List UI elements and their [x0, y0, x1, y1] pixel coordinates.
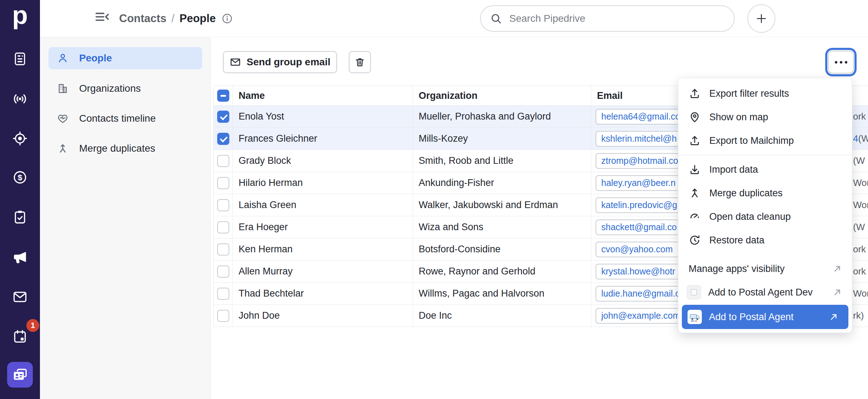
contact-name[interactable]: Ken Herman [233, 238, 413, 260]
organization-name[interactable]: Mills-Kozey [413, 128, 591, 150]
target-icon[interactable] [12, 131, 28, 146]
email-link[interactable]: helena64@gmail.co [596, 109, 685, 125]
email-link[interactable]: shackett@gmail.co [596, 219, 685, 235]
search-placeholder: Search Pipedrive [509, 13, 585, 24]
row-checkbox[interactable] [213, 261, 233, 282]
email-link[interactable]: ztromp@hotmail.co [596, 153, 685, 169]
menu-item-manage-apps-visibility[interactable]: Manage apps' visibility [678, 257, 852, 281]
collapse-sidebar-icon[interactable] [94, 9, 111, 26]
contact-name[interactable]: Grady Block [233, 150, 413, 172]
quick-add-button[interactable] [747, 4, 775, 33]
nav-item-people[interactable]: People [48, 47, 202, 69]
page-title: People [179, 12, 216, 25]
search-input[interactable]: Search Pipedrive [480, 5, 735, 32]
phone-fragment: rk) [853, 305, 864, 327]
phone-fragment: Wor [853, 283, 868, 304]
search-icon [490, 12, 502, 25]
send-group-email-button[interactable]: Send group email [223, 51, 337, 73]
row-checkbox[interactable] [213, 216, 233, 238]
organization-name[interactable]: Mueller, Prohaska and Gaylord [413, 106, 591, 127]
mail-icon[interactable] [12, 289, 28, 305]
contacts-nav-panel: People Organizations Contacts timeline M… [40, 37, 211, 399]
menu-item-open-data-cleanup[interactable]: Open data cleanup [678, 205, 852, 228]
organization-name[interactable]: Ankunding-Fisher [413, 172, 591, 194]
contact-name[interactable]: Laisha Green [233, 194, 413, 216]
nav-item-label: Contacts timeline [79, 113, 156, 124]
external-link-icon [832, 287, 843, 298]
nav-item-label: Merge duplicates [79, 143, 155, 154]
sidebar-item-contacts-active[interactable] [7, 362, 33, 388]
email-link[interactable]: haley.ryan@beer.n [596, 175, 685, 191]
contact-name[interactable]: Frances Gleichner [233, 128, 413, 150]
organization-name[interactable]: Walker, Jakubowski and Erdman [413, 194, 591, 216]
phone-fragment: (W [853, 150, 865, 172]
dollar-circle-icon[interactable]: $ [12, 170, 28, 185]
contact-name[interactable]: Allen Murray [233, 261, 413, 282]
row-checkbox[interactable] [213, 172, 233, 194]
contact-name[interactable]: Thad Bechtelar [233, 283, 413, 304]
external-link-icon [832, 263, 843, 274]
menu-item-restore-data[interactable]: Restore data [678, 228, 852, 252]
phone-fragment: (W [853, 216, 865, 238]
envelope-icon [230, 56, 241, 68]
notification-badge: 1 [26, 319, 39, 332]
organization-name[interactable]: Willms, Pagac and Halvorson [413, 283, 591, 304]
gauge-icon [689, 211, 701, 223]
menu-item-export-filter-results[interactable]: Export filter results [678, 82, 852, 105]
phone-fragment: 4 (W [853, 128, 868, 150]
email-link[interactable]: john@example.com [596, 308, 685, 324]
email-link[interactable]: cvon@yahoo.com [596, 242, 685, 257]
contact-name[interactable]: Enola Yost [233, 106, 413, 127]
breadcrumb-contacts[interactable]: Contacts [119, 12, 167, 25]
upload-icon [689, 135, 701, 147]
email-link[interactable]: ludie.hane@gmail.c [596, 286, 685, 302]
column-header-name[interactable]: Name [233, 86, 413, 105]
row-checkbox[interactable] [213, 283, 233, 304]
nav-item-contacts-timeline[interactable]: Contacts timeline [48, 107, 202, 130]
breadcrumb-separator: / [172, 12, 175, 25]
phone-fragment: ork [853, 238, 866, 260]
merge-icon [689, 187, 701, 199]
contact-name[interactable]: Hilario Herman [233, 172, 413, 194]
row-checkbox[interactable] [213, 150, 233, 172]
calendar-icon[interactable] [12, 329, 28, 344]
nav-item-merge-duplicates[interactable]: Merge duplicates [48, 137, 202, 160]
row-checkbox[interactable] [213, 106, 233, 127]
menu-item-show-on-map[interactable]: Show on map [678, 105, 852, 129]
menu-item-add-to-postal-agent[interactable]: Add to Postal Agent [682, 305, 848, 329]
row-checkbox[interactable] [213, 238, 233, 260]
row-checkbox[interactable] [213, 128, 233, 150]
organization-name[interactable]: Wiza and Sons [413, 216, 591, 238]
broadcast-icon[interactable] [12, 91, 28, 107]
megaphone-icon[interactable] [12, 249, 28, 265]
contact-name[interactable]: John Doe [233, 305, 413, 327]
select-all-checkbox[interactable] [213, 86, 233, 105]
email-link[interactable]: kshlerin.mitchel@h [596, 131, 685, 147]
email-link[interactable]: krystal.howe@hotr [596, 264, 685, 279]
organization-name[interactable]: Botsford-Considine [413, 238, 591, 260]
merge-icon [57, 143, 68, 154]
row-checkbox[interactable] [213, 305, 233, 327]
restore-clock-icon [689, 234, 701, 246]
plus-icon [755, 12, 767, 25]
menu-item-import-data[interactable]: Import data [678, 158, 852, 181]
menu-item-merge-duplicates[interactable]: Merge duplicates [678, 181, 852, 205]
nav-item-organizations[interactable]: Organizations [48, 77, 202, 100]
column-header-organization[interactable]: Organization [413, 86, 591, 105]
contact-name[interactable]: Era Hoeger [233, 216, 413, 238]
delete-button[interactable] [349, 51, 371, 73]
top-header: Contacts / People Search Pipedrive [40, 0, 868, 37]
document-list-icon[interactable] [12, 51, 28, 67]
row-checkbox[interactable] [213, 194, 233, 216]
organization-name[interactable]: Doe Inc [413, 305, 591, 327]
organization-name[interactable]: Rowe, Raynor and Gerhold [413, 261, 591, 282]
email-link[interactable]: katelin.predovic@g [596, 197, 685, 213]
menu-item-add-to-postal-agent-dev[interactable]: Add to Postal Agent Dev [678, 281, 852, 304]
info-icon[interactable] [221, 13, 233, 24]
menu-item-export-to-mailchimp[interactable]: Export to Mailchimp [678, 129, 852, 152]
organization-name[interactable]: Smith, Roob and Little [413, 150, 591, 172]
more-options-button[interactable] [828, 51, 854, 74]
clipboard-check-icon[interactable] [12, 209, 28, 225]
pipedrive-logo[interactable]: p [0, 0, 40, 37]
nav-item-label: Organizations [79, 83, 141, 94]
